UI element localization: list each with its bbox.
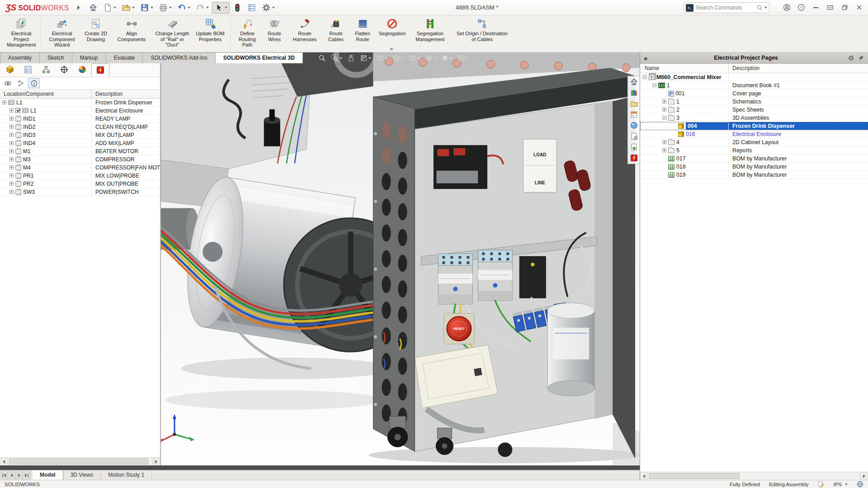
- route-cables-button[interactable]: Route Cables: [323, 17, 349, 42]
- chevron-down-icon[interactable]: [368, 57, 371, 59]
- expand-icon[interactable]: [662, 140, 666, 144]
- tree-row[interactable]: 017BOM by Manufacturer: [640, 155, 868, 163]
- dynamic-annotation-views-button[interactable]: [376, 54, 387, 62]
- show-display-pane-button[interactable]: [2, 78, 14, 88]
- collapse-icon[interactable]: [652, 83, 656, 87]
- view-orientation-button[interactable]: [392, 54, 404, 62]
- tree-row[interactable]: IND1READY LAMP: [0, 115, 160, 123]
- minimize-button[interactable]: [808, 0, 823, 15]
- save-button[interactable]: [138, 2, 156, 14]
- expand-icon[interactable]: [9, 190, 14, 194]
- tree-row[interactable]: 018BOM by Manufacturer: [640, 163, 868, 171]
- tree-row[interactable]: M1BEATER MOTOR: [0, 147, 160, 155]
- settings-button[interactable]: [259, 2, 277, 14]
- dimxpert-manager-tab[interactable]: [55, 63, 73, 77]
- chevron-down-icon[interactable]: [450, 57, 453, 59]
- chevron-down-icon[interactable]: [417, 57, 420, 59]
- tree-row[interactable]: 2Spec Sheets: [640, 106, 868, 114]
- expand-icon[interactable]: [9, 141, 14, 145]
- apply-scene-button[interactable]: [458, 54, 469, 62]
- options-list-button[interactable]: [245, 2, 259, 14]
- tree-row[interactable]: 1Document Book #1: [640, 81, 868, 89]
- route-harnesses-button[interactable]: Route Harnesses: [287, 17, 323, 42]
- tree-row[interactable]: IND2CLEAN REQ'D|LAMP: [0, 123, 160, 131]
- print-button[interactable]: [156, 2, 174, 14]
- scroll-right-arrow[interactable]: [152, 458, 160, 465]
- expand-icon[interactable]: [9, 117, 14, 121]
- expand-icon[interactable]: [9, 165, 14, 169]
- first-tab-button[interactable]: [0, 470, 8, 480]
- tab-sketch[interactable]: Sketch: [39, 52, 72, 63]
- search-box[interactable]: [684, 2, 769, 13]
- redo-button[interactable]: [193, 2, 211, 14]
- display-style-button[interactable]: [409, 54, 420, 62]
- column-description[interactable]: Description: [728, 64, 868, 73]
- scroll-left-arrow[interactable]: [0, 458, 8, 465]
- scroll-right-arrow[interactable]: [860, 472, 868, 480]
- component-info-button[interactable]: [28, 78, 40, 88]
- tree-row[interactable]: 001Cover page: [640, 89, 868, 98]
- restore-button[interactable]: [837, 0, 852, 15]
- pin-icon[interactable]: [858, 55, 864, 61]
- select-button[interactable]: [212, 2, 230, 14]
- close-button[interactable]: [852, 0, 866, 15]
- previous-tab-button[interactable]: [8, 470, 15, 480]
- configuration-manager-tab[interactable]: [37, 63, 55, 77]
- last-tab-button[interactable]: [23, 470, 31, 480]
- home-button[interactable]: [86, 2, 100, 14]
- tab-evaluate[interactable]: Evaluate: [106, 52, 143, 63]
- expand-icon[interactable]: [662, 99, 666, 103]
- collapse-icon[interactable]: [643, 75, 647, 79]
- chevron-down-icon[interactable]: [434, 57, 436, 59]
- tab-markup[interactable]: Markup: [72, 52, 106, 63]
- user-profile-button[interactable]: [779, 0, 794, 15]
- create-2d-drawing-button[interactable]: Create 2D Drawing: [81, 17, 111, 42]
- design-library-icon[interactable]: [630, 89, 638, 97]
- electrical-manager-icon[interactable]: [630, 154, 638, 162]
- chevron-down-icon[interactable]: [340, 57, 342, 59]
- tree-row[interactable]: 019BOM by Manufacturer: [640, 171, 868, 179]
- 3d-viewport[interactable]: LOAD LINE: [160, 52, 640, 465]
- chevron-down-icon[interactable]: [113, 7, 116, 9]
- expand-icon[interactable]: [662, 108, 666, 112]
- chevron-down-icon[interactable]: [132, 7, 135, 9]
- appearances-icon[interactable]: [630, 121, 638, 130]
- expand-icon[interactable]: [9, 149, 14, 153]
- chevron-down-icon[interactable]: [466, 57, 469, 59]
- scroll-thumb[interactable]: [649, 473, 740, 479]
- ribbon-collapse-icon[interactable]: [390, 48, 393, 51]
- chevron-down-icon[interactable]: [169, 7, 172, 9]
- tree-row[interactable]: L1Electrical Enclosure: [0, 107, 160, 115]
- tab-solidworks-add-ins[interactable]: SOLIDWORKS Add-Ins: [142, 52, 215, 63]
- chevron-down-icon[interactable]: [225, 7, 227, 9]
- new-document-button[interactable]: [101, 2, 118, 14]
- chevron-down-icon[interactable]: [188, 7, 190, 9]
- tree-row[interactable]: 1Schematics: [640, 98, 868, 106]
- tab-3d-views[interactable]: 3D Views: [63, 470, 101, 480]
- status-globe-icon[interactable]: [857, 481, 863, 488]
- zoom-to-fit-button[interactable]: [318, 54, 326, 62]
- expand-icon[interactable]: [662, 148, 666, 152]
- chevron-down-icon[interactable]: [401, 57, 404, 59]
- right-panel-hscrollbar[interactable]: [640, 472, 868, 480]
- segregation-management-button[interactable]: Segregation Management: [408, 17, 452, 42]
- scroll-left-arrow[interactable]: [640, 472, 648, 480]
- chevron-down-icon[interactable]: [764, 7, 767, 9]
- help-button[interactable]: [794, 0, 808, 15]
- file-explorer-icon[interactable]: [630, 99, 638, 108]
- search-icon[interactable]: [756, 5, 763, 11]
- define-routing-path-button[interactable]: Define Routing Path: [232, 17, 262, 48]
- chevron-down-icon[interactable]: [151, 7, 153, 9]
- custom-properties-icon[interactable]: [630, 132, 638, 141]
- section-view-button[interactable]: [360, 54, 371, 62]
- next-tab-button[interactable]: [15, 470, 23, 480]
- featuremanager-tree-tab[interactable]: [1, 63, 19, 77]
- edit-appearance-button[interactable]: [441, 54, 453, 62]
- flatten-route-button[interactable]: Flatten Route: [349, 17, 376, 42]
- tree-row[interactable]: 016Electrical Enclosure: [640, 130, 868, 138]
- tree-row[interactable]: M3COMPRESSOR: [0, 155, 160, 164]
- propertymanager-tab[interactable]: [19, 63, 37, 77]
- tree-display-options-button[interactable]: [15, 78, 27, 88]
- electrical-component-wizard-button[interactable]: Electrical Component Wizard: [43, 17, 81, 48]
- checkbox-checked[interactable]: [15, 108, 20, 113]
